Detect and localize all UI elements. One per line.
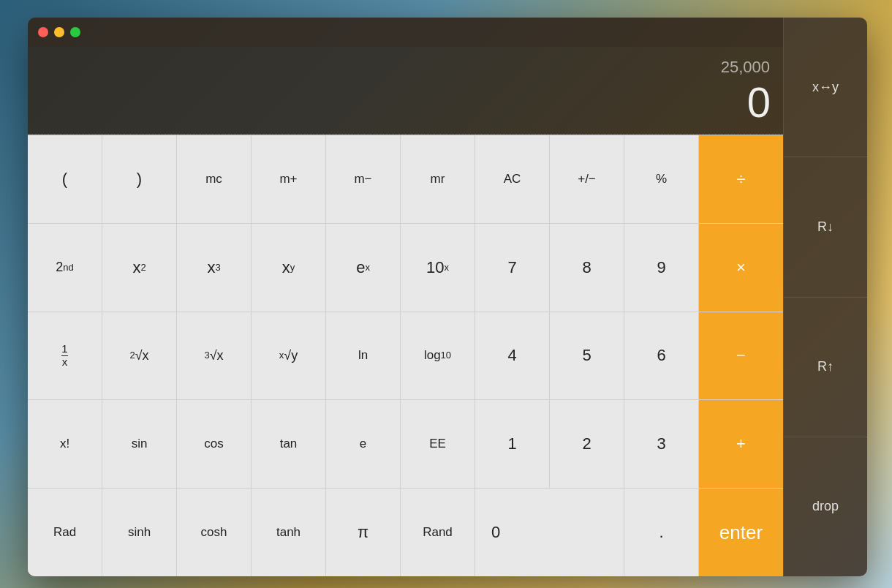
dot-button[interactable]: . — [624, 489, 698, 576]
cosh-button[interactable]: cosh — [177, 489, 251, 576]
sqrt3-button[interactable]: 3√x — [177, 312, 251, 400]
calculator-window: 25,000 0 ( ) mc m+ m− mr AC +/− % ÷ 2nd … — [28, 18, 867, 576]
2nd-button[interactable]: 2nd — [28, 224, 102, 312]
1x-button[interactable]: 1 x — [28, 312, 102, 400]
7-button[interactable]: 7 — [475, 224, 549, 312]
m-plus-button[interactable]: m+ — [252, 135, 325, 223]
minimize-button[interactable] — [54, 27, 64, 37]
fraction-icon: 1 x — [61, 343, 67, 369]
multiply-button[interactable]: × — [699, 224, 783, 312]
close-button[interactable] — [38, 27, 48, 37]
0-button[interactable]: 0 — [475, 489, 624, 576]
10x-button[interactable]: 10x — [401, 224, 475, 312]
4-button[interactable]: 4 — [475, 312, 549, 400]
cos-button[interactable]: cos — [177, 400, 251, 488]
xy-button[interactable]: xy — [252, 224, 325, 312]
rand-button[interactable]: Rand — [401, 489, 475, 576]
pi-button[interactable]: π — [326, 489, 400, 576]
ee-button[interactable]: EE — [401, 400, 475, 488]
xy-swap-button[interactable]: x↔y — [784, 18, 867, 157]
rad-button[interactable]: Rad — [28, 489, 102, 576]
traffic-lights — [38, 27, 80, 37]
x2-button[interactable]: x2 — [102, 224, 176, 312]
6-button[interactable]: 6 — [624, 312, 698, 400]
factorial-button[interactable]: x! — [28, 400, 102, 488]
roll-down-button[interactable]: R↓ — [784, 157, 867, 297]
sinh-button[interactable]: sinh — [102, 489, 176, 576]
maximize-button[interactable] — [70, 27, 80, 37]
sqrt2-button[interactable]: 2√x — [102, 312, 176, 400]
title-bar — [28, 18, 783, 47]
log10-button[interactable]: log10 — [401, 312, 475, 400]
display-area: 25,000 0 — [28, 47, 783, 135]
button-grid: ( ) mc m+ m− mr AC +/− % ÷ 2nd x2 x3 xy … — [28, 135, 783, 576]
m-minus-button[interactable]: m− — [326, 135, 400, 223]
mr-button[interactable]: mr — [401, 135, 475, 223]
sin-button[interactable]: sin — [102, 400, 176, 488]
percent-button[interactable]: % — [624, 135, 698, 223]
divide-button[interactable]: ÷ — [699, 135, 783, 223]
open-paren-button[interactable]: ( — [28, 135, 102, 223]
e-button[interactable]: e — [326, 400, 400, 488]
tanh-button[interactable]: tanh — [252, 489, 325, 576]
sqrty-button[interactable]: x√y — [252, 312, 325, 400]
ln-button[interactable]: ln — [326, 312, 400, 400]
roll-up-button[interactable]: R↑ — [784, 298, 867, 437]
9-button[interactable]: 9 — [624, 224, 698, 312]
ex-button[interactable]: ex — [326, 224, 400, 312]
3-button[interactable]: 3 — [624, 400, 698, 488]
8-button[interactable]: 8 — [550, 224, 624, 312]
close-paren-button[interactable]: ) — [102, 135, 176, 223]
display-primary: 0 — [747, 81, 770, 124]
subtract-button[interactable]: − — [699, 312, 783, 400]
calc-main: 25,000 0 ( ) mc m+ m− mr AC +/− % ÷ 2nd … — [28, 18, 783, 576]
enter-button[interactable]: enter — [699, 489, 783, 576]
x3-button[interactable]: x3 — [177, 224, 251, 312]
drop-button[interactable]: drop — [784, 437, 867, 576]
2-button[interactable]: 2 — [550, 400, 624, 488]
5-button[interactable]: 5 — [550, 312, 624, 400]
plus-minus-button[interactable]: +/− — [550, 135, 624, 223]
1-button[interactable]: 1 — [475, 400, 549, 488]
tan-button[interactable]: tan — [252, 400, 325, 488]
ac-button[interactable]: AC — [475, 135, 549, 223]
side-panel: x↔y R↓ R↑ drop — [783, 18, 867, 576]
add-button[interactable]: + — [699, 400, 783, 488]
display-secondary: 25,000 — [721, 58, 770, 78]
mc-button[interactable]: mc — [177, 135, 251, 223]
